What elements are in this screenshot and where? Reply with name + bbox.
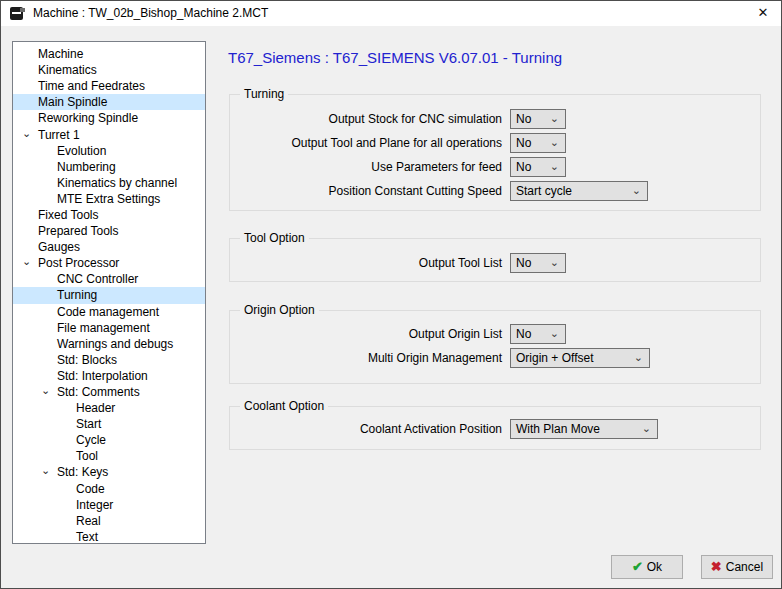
output-stock-for-cnc-simulation-select[interactable]: No ⌄ [510, 109, 566, 129]
tree-item-text[interactable]: Text [13, 529, 205, 544]
output-origin-list-select[interactable]: No ⌄ [510, 324, 566, 344]
tree-item-std-blocks[interactable]: Std: Blocks [13, 352, 205, 368]
tree-item-gauges[interactable]: Gauges [13, 239, 205, 255]
form-row: Output Stock for CNC simulation No ⌄ [230, 109, 760, 129]
x-icon: ✖ [711, 559, 722, 574]
chevron-down-icon: ⌄ [634, 349, 643, 365]
check-icon: ✔ [632, 559, 643, 574]
selected-value: No [516, 256, 531, 270]
multi-origin-management-select[interactable]: Origin + Offset ⌄ [510, 348, 650, 368]
tree-item-time-and-feedrates[interactable]: Time and Feedrates [13, 78, 205, 94]
machine-icon [10, 7, 23, 20]
chevron-down-icon[interactable]: ⌄ [22, 253, 38, 269]
output-tool-and-plane-select[interactable]: No ⌄ [510, 133, 566, 153]
title-bar: Machine : TW_02b_Bishop_Machine 2.MCT ✕ [1, 1, 781, 26]
field-label: Output Tool List [230, 253, 502, 273]
output-tool-list-select[interactable]: No ⌄ [510, 253, 566, 273]
group-title: Turning [240, 87, 288, 101]
chevron-down-icon[interactable]: ⌄ [41, 462, 57, 478]
tree-item-code-management[interactable]: Code management [13, 304, 205, 320]
tree-item-mte-extra-settings[interactable]: MTE Extra Settings [13, 191, 205, 207]
form-row: Output Tool List No ⌄ [230, 253, 760, 273]
tree-item-numbering[interactable]: Numbering [13, 159, 205, 175]
page-title: T67_Siemens : T67_SIEMENS V6.07.01 - Tur… [228, 49, 562, 66]
group-title: Coolant Option [240, 399, 328, 413]
field-label: Coolant Activation Position [230, 419, 502, 439]
selected-value: No [516, 160, 531, 174]
group-turning: Turning Output Stock for CNC simulation … [229, 94, 761, 211]
machine-dialog: Machine : TW_02b_Bishop_Machine 2.MCT ✕ … [0, 0, 782, 589]
selected-value: With Plan Move [516, 422, 600, 436]
selected-value: Start cycle [516, 184, 572, 198]
tree-item-code[interactable]: Code [13, 481, 205, 497]
cancel-button[interactable]: ✖Cancel [701, 555, 773, 579]
tree-item-reworking-spindle[interactable]: Reworking Spindle [13, 110, 205, 126]
tree-item-kinematics[interactable]: Kinematics [13, 62, 205, 78]
form-row: Position Constant Cutting Speed Start cy… [230, 181, 760, 201]
tree-item-turret-1[interactable]: ⌄Turret 1 [13, 126, 205, 142]
group-title: Tool Option [240, 231, 309, 245]
ok-button[interactable]: ✔Ok [611, 555, 683, 579]
field-label: Multi Origin Management [230, 348, 502, 368]
chevron-down-icon: ⌄ [550, 325, 559, 341]
field-label: Output Origin List [230, 324, 502, 344]
tree-item-evolution[interactable]: Evolution [13, 143, 205, 159]
tree-item-kinematics-by-channel[interactable]: Kinematics by channel [13, 175, 205, 191]
close-icon[interactable]: ✕ [754, 4, 772, 22]
tree-item-turning[interactable]: Turning [13, 287, 205, 303]
group-tool-option: Tool Option Output Tool List No ⌄ [229, 238, 761, 282]
tree-item-std-comments[interactable]: ⌄Std: Comments [13, 384, 205, 400]
form-row: Use Parameters for feed No ⌄ [230, 157, 760, 177]
selected-value: No [516, 112, 531, 126]
chevron-down-icon: ⌄ [550, 158, 559, 174]
chevron-down-icon: ⌄ [550, 134, 559, 150]
selected-value: Origin + Offset [516, 351, 593, 365]
tree-item-real[interactable]: Real [13, 513, 205, 529]
tree-item-machine[interactable]: Machine [13, 46, 205, 62]
field-label: Use Parameters for feed [230, 157, 502, 177]
chevron-down-icon: ⌄ [550, 254, 559, 270]
tree-item-std-keys[interactable]: ⌄Std: Keys [13, 464, 205, 480]
chevron-down-icon: ⌄ [632, 182, 641, 198]
tree-item-main-spindle[interactable]: Main Spindle [13, 94, 205, 110]
form-row: Coolant Activation Position With Plan Mo… [230, 419, 760, 439]
settings-tree: Machine Kinematics Time and Feedrates Ma… [12, 41, 206, 544]
coolant-activation-position-select[interactable]: With Plan Move ⌄ [510, 419, 658, 439]
tree-item-cycle[interactable]: Cycle [13, 432, 205, 448]
position-constant-cutting-speed-select[interactable]: Start cycle ⌄ [510, 181, 648, 201]
field-label: Output Stock for CNC simulation [230, 109, 502, 129]
tree-item-fixed-tools[interactable]: Fixed Tools [13, 207, 205, 223]
tree-item-warnings-and-debugs[interactable]: Warnings and debugs [13, 336, 205, 352]
field-label: Output Tool and Plane for all operations [230, 133, 502, 153]
tree-item-start[interactable]: Start [13, 416, 205, 432]
tree-item-integer[interactable]: Integer [13, 497, 205, 513]
use-parameters-for-feed-select[interactable]: No ⌄ [510, 157, 566, 177]
field-label: Position Constant Cutting Speed [230, 181, 502, 201]
tree-item-file-management[interactable]: File management [13, 320, 205, 336]
tree-item-cnc-controller[interactable]: CNC Controller [13, 271, 205, 287]
form-row: Output Origin List No ⌄ [230, 324, 760, 344]
group-origin-option: Origin Option Output Origin List No ⌄ Mu… [229, 310, 761, 384]
tree-item-prepared-tools[interactable]: Prepared Tools [13, 223, 205, 239]
chevron-down-icon[interactable]: ⌄ [22, 125, 38, 141]
group-coolant-option: Coolant Option Coolant Activation Positi… [229, 406, 761, 450]
group-title: Origin Option [240, 303, 319, 317]
tree-item-post-processor[interactable]: ⌄Post Processor [13, 255, 205, 271]
chevron-down-icon: ⌄ [642, 420, 651, 436]
selected-value: No [516, 327, 531, 341]
form-row: Multi Origin Management Origin + Offset … [230, 348, 760, 368]
chevron-down-icon: ⌄ [550, 110, 559, 126]
tree-item-header[interactable]: Header [13, 400, 205, 416]
selected-value: No [516, 136, 531, 150]
chevron-down-icon[interactable]: ⌄ [41, 382, 57, 398]
form-row: Output Tool and Plane for all operations… [230, 133, 760, 153]
window-title: Machine : TW_02b_Bishop_Machine 2.MCT [33, 6, 268, 20]
